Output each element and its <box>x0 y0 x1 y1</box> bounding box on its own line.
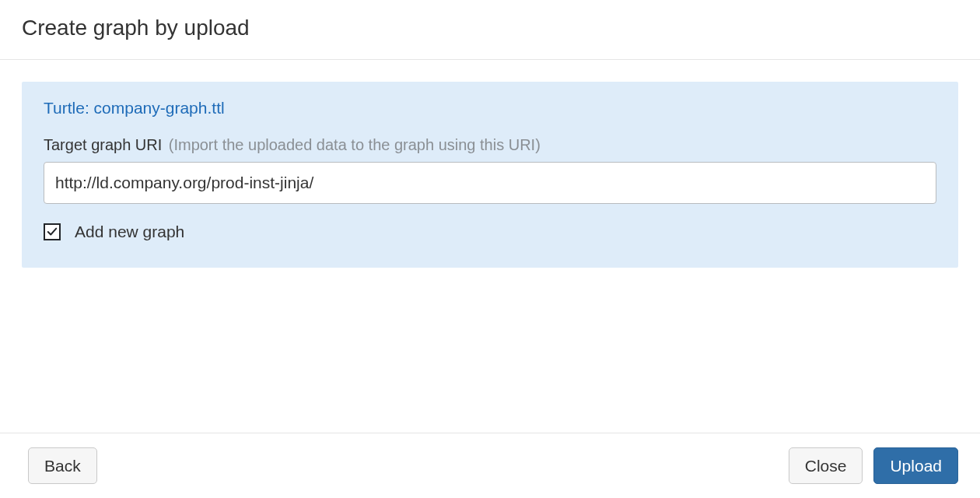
modal-footer: Back Close Upload <box>0 433 980 498</box>
upload-button[interactable]: Upload <box>873 447 958 484</box>
modal-title: Create graph by upload <box>22 16 958 40</box>
target-graph-hint: (Import the uploaded data to the graph u… <box>169 136 541 153</box>
upload-file-card: Turtle: company-graph.ttl Target graph U… <box>22 82 958 268</box>
modal-body: Turtle: company-graph.ttl Target graph U… <box>0 60 980 433</box>
add-new-graph-label[interactable]: Add new graph <box>75 223 184 241</box>
uploaded-file-link[interactable]: Turtle: company-graph.ttl <box>44 99 225 117</box>
modal-header: Create graph by upload <box>0 0 980 60</box>
target-graph-field: Target graph URI (Import the uploaded da… <box>44 136 936 204</box>
add-new-graph-checkbox[interactable] <box>44 223 61 240</box>
footer-right-buttons: Close Upload <box>789 447 958 484</box>
check-icon <box>47 226 58 237</box>
target-graph-uri-input[interactable] <box>44 162 936 204</box>
add-new-graph-row: Add new graph <box>44 223 936 241</box>
close-button[interactable]: Close <box>789 447 863 484</box>
back-button[interactable]: Back <box>28 447 97 484</box>
target-graph-label: Target graph URI <box>44 136 162 153</box>
